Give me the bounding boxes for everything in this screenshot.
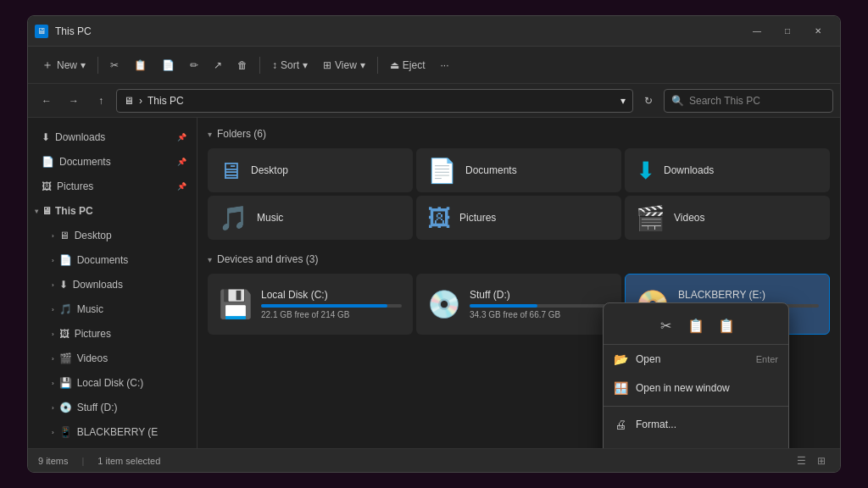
sidebar-group-this-pc[interactable]: ▾ 🖥 This PC (31, 199, 193, 223)
drive-d-icon: 💿 (427, 288, 461, 320)
drive-d[interactable]: 💿 Stuff (D:) 34.3 GB free of 66.7 GB (416, 274, 621, 335)
folders-title: Folders (6) (217, 128, 266, 140)
view-button[interactable]: ⊞ View ▾ (316, 52, 372, 79)
back-button[interactable]: ← (35, 89, 58, 113)
search-box[interactable]: 🔍 Search This PC (664, 89, 833, 113)
videos-folder-icon: 🎬 (636, 204, 665, 232)
chevron-down-icon3: ▾ (208, 255, 212, 264)
folder-documents-label: Documents (465, 164, 517, 176)
cut-icon: ✂ (110, 59, 119, 71)
more-button[interactable]: ··· (434, 52, 456, 79)
drive-d-bar-bg (470, 304, 610, 308)
share-button[interactable]: ↗ (207, 52, 229, 79)
sidebar-item-downloads[interactable]: ⬇ Downloads 📌 (31, 125, 193, 149)
sidebar-item-documents-pc[interactable]: › 📄 Documents (31, 248, 193, 272)
ctx-open-new-window[interactable]: 🪟 Open in new window (604, 374, 788, 402)
minimize-button[interactable]: — (742, 16, 772, 47)
sidebar-item-videos[interactable]: › 🎬 Videos (31, 347, 193, 370)
new-button[interactable]: ＋ New ▾ (35, 52, 92, 79)
paste-button[interactable]: 📄 (155, 52, 181, 79)
ctx-copy-button[interactable]: 📋 (682, 312, 709, 339)
sidebar-item-documents[interactable]: 📄 Documents 📌 (31, 150, 193, 174)
context-menu: ✂ 📋 📋 📂 Open Enter 🪟 Open in new window (603, 302, 789, 448)
main-area: ⬇ Downloads 📌 📄 Documents 📌 🖼 Pictures 📌… (28, 118, 840, 448)
folder-music[interactable]: 🎵 Music (208, 196, 413, 240)
folder-icon: 🖥 (124, 95, 134, 107)
ctx-paste-button[interactable]: 📋 (713, 312, 740, 339)
ctx-eject[interactable]: ⏏ Eject (604, 439, 788, 448)
sidebar-item-local-disk-c[interactable]: › 💾 Local Disk (C:) (31, 371, 193, 395)
sidebar-item-stuff-d[interactable]: › 💿 Stuff (D:) (31, 396, 193, 419)
ctx-open[interactable]: 📂 Open Enter (604, 345, 788, 374)
sort-button[interactable]: ↕ Sort ▾ (265, 52, 314, 79)
address-input[interactable]: 🖥 › This PC ▾ (116, 89, 633, 113)
drive-c-bar-bg (261, 304, 402, 308)
paste-icon: 📄 (162, 59, 175, 71)
copy-button[interactable]: 📋 (127, 52, 153, 79)
refresh-button[interactable]: ↻ (637, 89, 660, 113)
file-explorer-window: 🖥 This PC — □ ✕ ＋ New ▾ ✂ 📋 📄 ✏ ↗ (27, 15, 841, 473)
desktop-folder-icon: 🖥 (219, 157, 242, 185)
music-folder-icon: 🎵 (219, 204, 248, 232)
sidebar-item-downloads-pc[interactable]: › ⬇ Downloads (31, 273, 193, 297)
selected-count: 1 item selected (97, 456, 160, 466)
maximize-button[interactable]: □ (772, 16, 803, 47)
delete-icon: 🗑 (237, 59, 248, 71)
sidebar-item-desktop[interactable]: › 🖥 Desktop (31, 224, 193, 247)
list-view-button[interactable]: ☰ (793, 452, 810, 469)
folders-section-header[interactable]: ▾ Folders (6) (208, 128, 830, 140)
cd-icon: 💿 (59, 402, 72, 413)
folder-desktop-label: Desktop (251, 164, 288, 176)
drive-d-label: Stuff (D:) (470, 289, 610, 301)
new-icon: ＋ (42, 58, 53, 73)
ctx-cut-button[interactable]: ✂ (652, 312, 679, 339)
folder-pictures[interactable]: 🖼 Pictures (416, 196, 621, 240)
ctx-open-new-window-label: Open in new window (636, 382, 730, 394)
downloads-icon: ⬇ (42, 131, 50, 143)
folder-videos[interactable]: 🎬 Videos (625, 196, 830, 240)
window-controls: — □ ✕ (742, 16, 833, 47)
disk-icon: 💾 (59, 377, 72, 389)
documents-folder-icon: 📄 (427, 157, 457, 185)
ctx-format[interactable]: 🖨 Format... (604, 410, 788, 439)
toolbar-separator (97, 57, 98, 74)
folder-desktop[interactable]: 🖥 Desktop (208, 148, 413, 192)
delete-button[interactable]: 🗑 (231, 52, 254, 79)
close-button[interactable]: ✕ (803, 16, 833, 47)
folders-grid: 🖥 Desktop 📄 Documents ⬇ Downloads 🎵 Musi… (208, 148, 830, 240)
item-count: 9 items (38, 456, 68, 466)
sidebar-item-pictures[interactable]: 🖼 Pictures 📌 (31, 175, 193, 198)
grid-view-button[interactable]: ⊞ (813, 452, 830, 469)
forward-button[interactable]: → (62, 89, 86, 113)
ctx-format-icon: 🖨 (614, 418, 627, 431)
sidebar-item-music[interactable]: › 🎵 Music (31, 297, 193, 321)
status-left: 9 items | 1 item selected (38, 456, 160, 466)
up-button[interactable]: ↑ (89, 89, 113, 113)
drive-d-space: 34.3 GB free of 66.7 GB (470, 310, 610, 319)
copy-icon: 📋 (134, 59, 147, 71)
sidebar: ⬇ Downloads 📌 📄 Documents 📌 🖼 Pictures 📌… (28, 118, 198, 448)
toolbar-separator-2 (259, 57, 260, 74)
sidebar-item-blackberry-1[interactable]: › 📱 BLACKBERRY (E (31, 420, 193, 444)
drive-c-label: Local Disk (C:) (261, 289, 402, 301)
rename-button[interactable]: ✏ (183, 52, 205, 79)
address-bar: ← → ↑ 🖥 › This PC ▾ ↻ 🔍 Search This PC (28, 84, 840, 118)
ctx-separator-1 (604, 406, 788, 407)
folder-documents[interactable]: 📄 Documents (416, 148, 621, 192)
folder-downloads-label: Downloads (664, 164, 714, 176)
toolbar: ＋ New ▾ ✂ 📋 📄 ✏ ↗ 🗑 ↕ Sort ▾ ⊞ (28, 47, 840, 84)
share-icon: ↗ (214, 59, 222, 71)
ctx-open-shortcut: Enter (756, 354, 778, 364)
folder-videos-label: Videos (674, 212, 704, 224)
drive-c[interactable]: 💾 Local Disk (C:) 22.1 GB free of 214 GB (208, 274, 413, 335)
drive-e-label: BLACKBERRY (E:) (678, 289, 819, 301)
sidebar-item-pictures-pc[interactable]: › 🖼 Pictures (31, 322, 193, 346)
search-icon: 🔍 (671, 95, 684, 107)
drives-section-header[interactable]: ▾ Devices and drives (3) (208, 253, 830, 265)
folder-downloads[interactable]: ⬇ Downloads (625, 148, 830, 192)
cut-button[interactable]: ✂ (103, 52, 125, 79)
drive-c-icon: 💾 (219, 288, 253, 320)
music-icon: 🎵 (59, 303, 72, 315)
drive-c-bar (261, 304, 387, 308)
eject-button[interactable]: ⏏ Eject (383, 52, 432, 79)
